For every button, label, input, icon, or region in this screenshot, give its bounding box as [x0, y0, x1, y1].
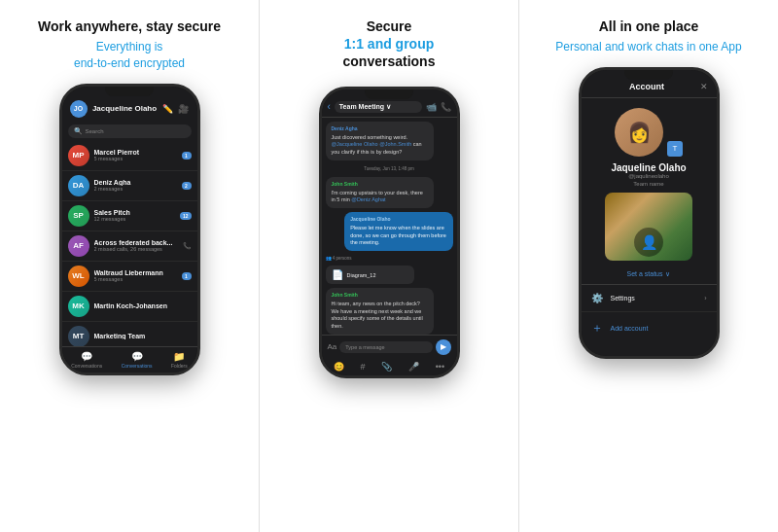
p3-profile: 👩 T Jaqueline Olaho @jaqulineolaho Team … [582, 98, 717, 285]
phone-3: X Account ✕ 👩 T Jaqueline Olaho @jaqulin… [579, 67, 720, 359]
tab-label: Conversations [71, 363, 102, 369]
list-item[interactable]: SP Sales Pitch 12 messages 12 [62, 201, 197, 231]
p3-account-title: Account [629, 82, 664, 91]
chat-badge: 1 [182, 152, 192, 160]
chat-msg: 5 messages [94, 156, 177, 161]
timestamp: Tuesday, Jun 13, 1:48 pm [326, 166, 453, 171]
p2-input-bar: Aa Type a message ▶ [322, 335, 457, 359]
p3-avatar-face: 👩 [615, 108, 663, 157]
conversations-icon: 💬 [81, 351, 92, 362]
tab-conversations-active[interactable]: 💬 Conversations [122, 351, 153, 369]
video-call-icon[interactable]: 📹 [426, 102, 437, 112]
p1-video-icon[interactable]: 🎥 [178, 103, 190, 115]
chat-info: Marketing Team [94, 333, 192, 339]
emoji-icon[interactable]: 😊 [334, 362, 344, 372]
phone-call-icon[interactable]: 📞 [441, 102, 451, 112]
chat-name: Sales Pitch [94, 209, 175, 216]
send-button[interactable]: ▶ [436, 339, 451, 355]
list-item[interactable]: MK Martin Koch-Johansen [62, 292, 197, 322]
chat-info: Waltraud Liebermann 5 messages [94, 269, 177, 282]
p2-header-icons: 📹 📞 [426, 102, 451, 112]
tab-label-folders: Folders [171, 363, 188, 369]
phone-2-screen: ‹ Team Meeting ∨ 📹 📞 Deniz Agha Just dic… [322, 89, 457, 375]
message-sender: John Smith [332, 181, 428, 188]
add-account-label: Add account [611, 325, 649, 332]
message-input[interactable]: Type a message [339, 341, 432, 353]
p3-handle: @jaqulineolaho [628, 173, 668, 179]
panel-2: Secure1:1 and groupconversations ‹ Team … [260, 0, 518, 532]
chat-name: Marcel Pierrot [94, 149, 177, 156]
hashtag-icon[interactable]: # [361, 362, 366, 372]
list-item[interactable]: AF Across federated back... 2 missed cal… [62, 231, 197, 262]
p2-toolbar: 😊 # 📎 🎤 ••• [322, 359, 457, 375]
chat-info: Marcel Pierrot 5 messages [94, 149, 177, 161]
message-text: Please let me know when the slides are d… [350, 225, 446, 245]
message-sender: Deniz Agha [332, 125, 428, 132]
mic-icon[interactable]: 🎤 [408, 362, 419, 372]
p1-pencil-icon[interactable]: ✏️ [162, 103, 174, 115]
message-text: I'm coming upstairs to your desk, there … [332, 190, 423, 203]
chat-name: Deniz Agha [94, 179, 177, 186]
avatar: DA [68, 175, 89, 196]
settings-menu-left: ⚙️ Settings [591, 293, 635, 303]
p3-menu: ⚙️ Settings › ＋ Add account [582, 285, 717, 356]
chat-name: Marketing Team [94, 333, 192, 339]
add-icon: ＋ [591, 320, 603, 337]
chat-msg: 5 messages [94, 276, 177, 282]
phone-3-screen: X Account ✕ 👩 T Jaqueline Olaho @jaqulin… [582, 70, 717, 356]
p1-chat-list: MP Marcel Pierrot 5 messages 1 DA Deniz … [62, 141, 197, 346]
chat-badge: 12 [180, 212, 192, 220]
attachment-icon[interactable]: 📎 [381, 362, 392, 372]
p3-spacer: X [589, 84, 593, 89]
phone-2-notch [365, 89, 413, 99]
avatar: AF [68, 235, 89, 257]
p2-messages: Deniz Agha Just dicovered something weir… [322, 118, 457, 335]
file-bubble: 📄 Diagram_12 [326, 266, 415, 284]
p1-tab-bar: 💬 Conversations 💬 Conversations 📁 Folder… [62, 346, 197, 372]
list-item[interactable]: MP Marcel Pierrot 5 messages 1 [62, 141, 197, 171]
message-sender: Jacqueline Olaho [350, 216, 446, 223]
chevron-right-icon: › [704, 295, 706, 301]
p3-status-label: Set a status [627, 270, 663, 277]
chat-msg: 2 messages [94, 186, 177, 192]
chat-name: Waltraud Liebermann [94, 269, 177, 276]
avatar: SP [68, 205, 89, 227]
file-name: Diagram_12 [347, 272, 376, 278]
chat-name: Across federated back... [94, 239, 178, 246]
panel-3-title: All in one place [599, 18, 699, 35]
panel-3-subtitle: Personal and work chats in one App [555, 39, 741, 55]
close-button[interactable]: ✕ [700, 82, 708, 91]
tab-folders[interactable]: 📁 Folders [171, 351, 188, 369]
more-icon[interactable]: ••• [436, 362, 444, 372]
p2-search-bar: Team Meeting ∨ [335, 101, 422, 113]
phone-1-screen: JO Jacqueline Olaho ✏️ 🎥 🔍 Search MP Mar… [62, 87, 197, 372]
p3-status[interactable]: Set a status ∨ [627, 270, 671, 278]
add-account-item[interactable]: ＋ Add account [582, 312, 717, 344]
message-bubble: John Smith Hi team, any news on the pitc… [326, 288, 434, 335]
message-sender: John Smith [332, 292, 428, 299]
avatar: WL [68, 266, 89, 287]
p3-avatar-row: 👩 T [615, 108, 683, 157]
p1-search[interactable]: 🔍 Search [68, 124, 192, 138]
panel-1: Work anywhere, stay secure Everything is… [0, 0, 259, 532]
chat-info: Across federated back... 2 missed calls,… [94, 239, 178, 252]
tab-conversations-inactive[interactable]: 💬 Conversations [71, 351, 102, 369]
avatar: MK [68, 296, 89, 317]
settings-icon: ⚙️ [591, 293, 603, 303]
settings-menu-item[interactable]: ⚙️ Settings › [582, 285, 717, 312]
p3-photo: 👤 [605, 193, 692, 261]
phone-2: ‹ Team Meeting ∨ 📹 📞 Deniz Agha Just dic… [319, 87, 460, 378]
missed-call-icon: 📞 [183, 242, 192, 250]
list-item[interactable]: DA Deniz Agha 2 messages 2 [62, 171, 197, 201]
settings-label: Settings [611, 295, 635, 301]
back-button[interactable]: ‹ [328, 101, 331, 112]
list-item[interactable]: MT Marketing Team [62, 322, 197, 346]
chat-msg: 2 missed calls, 26 messages [94, 246, 178, 252]
chat-name: Martin Koch-Johansen [94, 302, 192, 309]
chat-msg: 12 messages [94, 216, 175, 222]
p3-team-badge: T [667, 141, 683, 157]
message-placeholder: Type a message [345, 344, 384, 350]
text-format-icon[interactable]: Aa [328, 342, 337, 351]
list-item[interactable]: WL Waltraud Liebermann 5 messages 1 [62, 262, 197, 292]
chat-badge: 2 [182, 182, 192, 190]
